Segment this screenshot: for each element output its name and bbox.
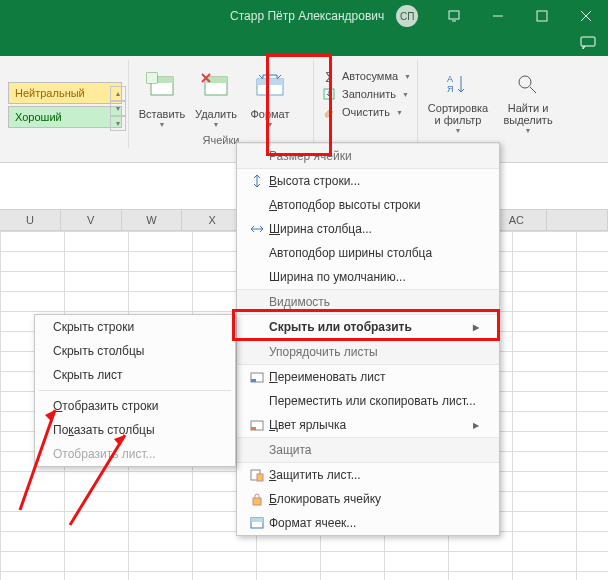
minimize-button[interactable] [476, 0, 520, 32]
style-neutral[interactable]: Нейтральный [8, 82, 122, 104]
col-header[interactable]: U [0, 210, 61, 230]
user-avatar[interactable]: СП [396, 5, 418, 27]
menu-row-height[interactable]: Высота строки... [237, 169, 499, 193]
menu-show-cols[interactable]: Показать столбцы [35, 418, 235, 442]
fill-button[interactable]: Заполнить▼ [320, 86, 411, 102]
menu-show-sheet: Отобразить лист... [35, 442, 235, 466]
document-user-name: Старр Пётр Александрович [230, 9, 384, 23]
svg-rect-20 [253, 498, 261, 505]
menu-default-width[interactable]: Ширина по умолчанию... [237, 265, 499, 289]
rename-icon [245, 367, 269, 387]
menu-show-rows[interactable]: Отобразить строки [35, 394, 235, 418]
menu-move-copy-sheet[interactable]: Переместить или скопировать лист... [237, 389, 499, 413]
clear-button[interactable]: Очистить▼ [320, 104, 411, 120]
styles-down-icon[interactable]: ▾ [110, 101, 126, 116]
svg-rect-0 [449, 11, 459, 19]
svg-point-13 [519, 76, 531, 88]
ribbon-options-icon[interactable] [432, 0, 476, 32]
sort-filter-button[interactable]: АЯ Сортировкаи фильтр ▼ [424, 68, 492, 134]
maximize-button[interactable] [520, 0, 564, 32]
delete-button[interactable]: Удалить ▼ [189, 66, 243, 128]
annotation-highlight-hide-show [232, 309, 500, 341]
menu-protect-sheet[interactable]: Защитить лист... [237, 463, 499, 487]
tab-color-icon [245, 415, 269, 435]
menu-lock-cell[interactable]: Блокировать ячейку [237, 487, 499, 511]
chevron-right-icon: ▶ [473, 421, 479, 430]
styles-more-icon[interactable]: ▾ [110, 116, 126, 131]
menu-col-width[interactable]: Ширина столбца... [237, 217, 499, 241]
style-good[interactable]: Хороший [8, 106, 122, 128]
col-header[interactable]: X [182, 210, 243, 230]
row-height-icon [245, 171, 269, 191]
ribbon-header [0, 32, 608, 56]
lock-icon [245, 489, 269, 509]
menu-header-protect: Защита [237, 437, 499, 463]
cell-format-icon [245, 513, 269, 533]
col-header[interactable]: W [122, 210, 183, 230]
styles-gallery[interactable]: Нейтральный Хороший ▴ ▾ ▾ [0, 60, 122, 130]
comments-icon[interactable] [580, 36, 596, 53]
menu-rename-sheet[interactable]: Переименовать лист [237, 365, 499, 389]
autosum-button[interactable]: ∑ Автосумма▼ [320, 68, 411, 84]
protect-sheet-icon [245, 465, 269, 485]
svg-rect-19 [257, 474, 263, 481]
menu-autofit-col[interactable]: Автоподбор ширины столбца [237, 241, 499, 265]
svg-text:А: А [447, 74, 453, 84]
insert-button[interactable]: Вставить ▼ [135, 66, 189, 128]
menu-hide-cols[interactable]: Скрыть столбцы [35, 339, 235, 363]
svg-text:Я: Я [447, 84, 454, 94]
svg-rect-17 [251, 427, 256, 430]
hide-show-submenu: Скрыть строки Скрыть столбцы Скрыть лист… [34, 314, 236, 467]
close-button[interactable] [564, 0, 608, 32]
svg-rect-22 [251, 518, 263, 522]
menu-hide-sheet[interactable]: Скрыть лист [35, 363, 235, 387]
chevron-down-icon: ▼ [135, 121, 189, 128]
col-width-icon [245, 219, 269, 239]
editing-group: ∑ Автосумма▼ Заполнить▼ Очистить▼ [320, 60, 411, 120]
menu-autofit-row[interactable]: Автоподбор высоты строки [237, 193, 499, 217]
annotation-highlight-format [266, 54, 332, 156]
svg-rect-2 [581, 37, 595, 46]
svg-rect-15 [251, 379, 256, 382]
menu-cell-format[interactable]: Формат ячеек... [237, 511, 499, 535]
menu-header-sheets: Упорядочить листы [237, 339, 499, 365]
titlebar: Старр Пётр Александрович СП [0, 0, 608, 32]
col-header[interactable] [547, 210, 608, 230]
col-header[interactable]: V [61, 210, 122, 230]
sort-find-group: АЯ Сортировкаи фильтр ▼ Найти ивыделить … [424, 60, 562, 134]
menu-hide-rows[interactable]: Скрыть строки [35, 315, 235, 339]
find-select-button[interactable]: Найти ивыделить ▼ [494, 68, 562, 134]
svg-rect-1 [537, 11, 547, 21]
chevron-down-icon: ▼ [189, 121, 243, 128]
menu-tab-color[interactable]: Цвет ярлычка▶ [237, 413, 499, 437]
styles-up-icon[interactable]: ▴ [110, 86, 126, 101]
